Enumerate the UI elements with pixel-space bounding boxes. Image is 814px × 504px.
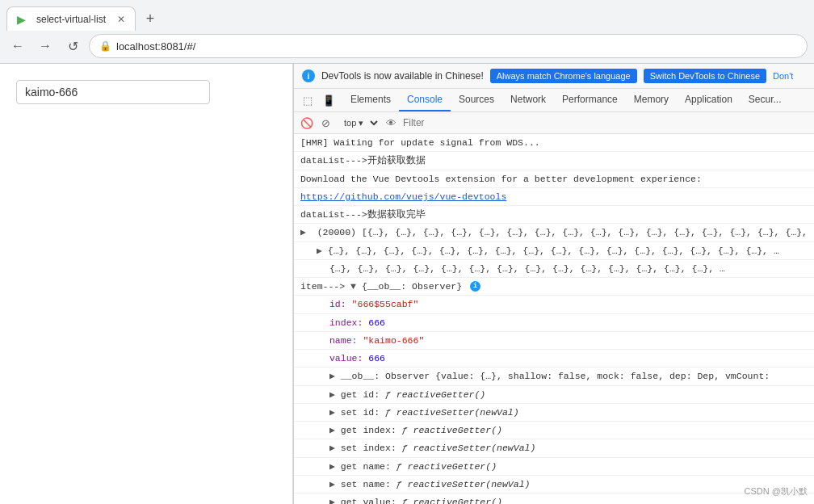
match-language-button[interactable]: Always match Chrome's language <box>490 69 637 83</box>
tab-favicon: ▶ <box>17 13 30 26</box>
console-line: ▶ set name: ƒ reactiveSetter(newVal) <box>294 476 814 494</box>
switch-devtools-button[interactable]: Switch DevTools to Chinese <box>644 69 766 83</box>
vue-app-panel <box>0 64 293 504</box>
console-line: ▶ {…}, {…}, {…}, {…}, {…}, {…}, {…}, {…}… <box>294 242 814 260</box>
expand-arrow[interactable]: ▶ <box>300 227 306 237</box>
console-line-item-header: item---> ▼ {__ob__: Observer} i <box>294 278 814 296</box>
tab-performance[interactable]: Performance <box>554 89 626 111</box>
expand-arrow[interactable]: ▶ <box>329 389 335 400</box>
expand-arrow[interactable]: ▶ <box>329 461 335 472</box>
console-line: id: "666$55cabf" <box>294 296 814 313</box>
filter-input[interactable] <box>403 115 809 131</box>
expand-arrow[interactable]: ▶ <box>329 497 335 504</box>
back-button[interactable]: ← <box>6 35 29 57</box>
expand-arrow[interactable]: ▶ <box>329 479 335 489</box>
console-line: ▶ get name: ƒ reactiveGetter() <box>294 458 814 476</box>
new-tab-button[interactable]: + <box>139 7 162 30</box>
console-line: dataList--->数据获取完毕 <box>294 206 814 224</box>
lock-icon: 🔒 <box>99 40 111 52</box>
console-line: ▶ set index: ƒ reactiveSetter(newVal) <box>294 439 814 457</box>
console-line-link[interactable]: https://github.com/vuejs/vue-devtools <box>294 188 814 206</box>
devtools-icons: ⬚ 📱 <box>294 91 342 109</box>
console-line: Download the Vue Devtools extension for … <box>294 170 814 188</box>
search-input[interactable] <box>16 80 210 104</box>
browser-tab[interactable]: ▶ select-virtual-list ✕ <box>6 6 136 31</box>
console-output: [HMR] Waiting for update signal from WDS… <box>294 134 814 504</box>
console-toolbar: 🚫 ⊘ top ▾ 👁 <box>294 112 814 134</box>
tab-elements[interactable]: Elements <box>342 89 399 111</box>
device-icon[interactable]: 📱 <box>320 91 338 109</box>
expand-arrow[interactable]: ▶ <box>329 425 335 435</box>
info-circle-icon: i <box>470 281 480 292</box>
console-line: ▶ get id: ƒ reactiveGetter() <box>294 386 814 404</box>
tab-console[interactable]: Console <box>399 89 451 111</box>
console-line: ▶ get value: ƒ reactiveGetter() <box>294 494 814 504</box>
expand-arrow[interactable]: ▶ <box>329 407 335 418</box>
console-line: {…}, {…}, {…}, {…}, {…}, {…}, {…}, {…}, … <box>294 260 814 278</box>
expand-arrow[interactable]: ▶ <box>317 246 322 256</box>
tab-title: select-virtual-list <box>36 14 111 25</box>
console-clear-button[interactable]: 🚫 <box>299 115 315 131</box>
console-line: ▶ set id: ƒ reactiveSetter(newVal) <box>294 404 814 422</box>
tab-security[interactable]: Secur... <box>741 89 790 111</box>
console-line: [HMR] Waiting for update signal from WDS… <box>294 134 814 152</box>
tab-application[interactable]: Application <box>677 89 741 111</box>
console-filter-button[interactable]: ⊘ <box>318 115 334 131</box>
console-line: ▶ (20000) [{…}, {…}, {…}, {…}, {…}, {…},… <box>294 224 814 242</box>
notification-message: DevTools is now available in Chinese! <box>321 70 484 82</box>
inspect-icon[interactable]: ⬚ <box>299 91 317 109</box>
forward-button[interactable]: → <box>34 35 57 57</box>
devtools-panel: i DevTools is now available in Chinese! … <box>293 64 814 504</box>
context-select[interactable]: top ▾ <box>338 116 380 130</box>
expand-arrow[interactable]: ▶ <box>329 371 335 381</box>
dont-button[interactable]: Don't <box>773 71 793 81</box>
devtools-tabs: ⬚ 📱 Elements Console Sources Network Per… <box>294 89 814 112</box>
tab-memory[interactable]: Memory <box>626 89 677 111</box>
console-line: ▶ get index: ƒ reactiveGetter() <box>294 422 814 439</box>
console-line: index: 666 <box>294 314 814 332</box>
console-line: name: "kaimo-666" <box>294 332 814 350</box>
watermark: CSDN @凯小默 <box>745 485 808 498</box>
eye-icon[interactable]: 👁 <box>384 115 400 131</box>
tab-sources[interactable]: Sources <box>451 89 502 111</box>
reload-button[interactable]: ↺ <box>61 35 84 57</box>
console-line: ▶ __ob__: Observer {value: {…}, shallow:… <box>294 368 814 385</box>
expand-arrow[interactable]: ▶ <box>329 443 335 453</box>
console-line: value: 666 <box>294 350 814 368</box>
expand-arrow[interactable]: ▼ <box>350 281 356 292</box>
devtools-notification: i DevTools is now available in Chinese! … <box>294 64 814 89</box>
address-bar[interactable]: 🔒 localhost:8081/#/ <box>89 34 808 58</box>
tab-close-button[interactable]: ✕ <box>117 14 125 25</box>
url-text: localhost:8081/#/ <box>116 40 195 52</box>
tab-network[interactable]: Network <box>502 89 554 111</box>
console-line: dataList--->开始获取数据 <box>294 152 814 170</box>
notification-info-icon: i <box>302 69 315 82</box>
